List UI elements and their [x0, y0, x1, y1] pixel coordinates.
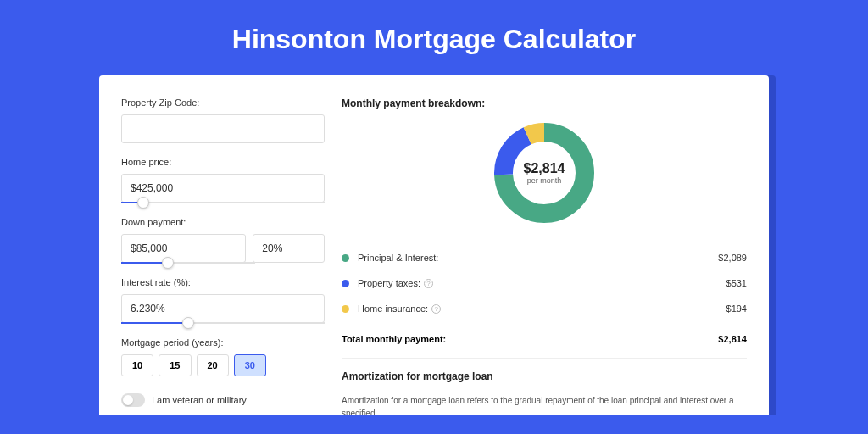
period-option-15[interactable]: 15: [159, 354, 191, 376]
veteran-toggle-row: I am veteran or military: [121, 393, 325, 407]
veteran-toggle[interactable]: [121, 393, 145, 407]
slider-thumb[interactable]: [137, 197, 149, 209]
total-row: Total monthly payment: $2,814: [342, 325, 747, 358]
period-options: 10 15 20 30: [121, 354, 325, 376]
home-price-field-group: Home price:: [121, 157, 325, 203]
home-price-input[interactable]: [121, 174, 325, 203]
amortization-section: Amortization for mortgage loan Amortizat…: [342, 358, 747, 415]
donut-sub: per month: [524, 176, 565, 185]
legend-label: Property taxes: ?: [358, 278, 726, 288]
interest-label: Interest rate (%):: [121, 277, 325, 287]
interest-field-group: Interest rate (%):: [121, 277, 325, 324]
calculator-card: Property Zip Code: Home price: Down paym…: [99, 75, 769, 415]
legend-value: $194: [726, 303, 747, 314]
legend-value: $2,089: [718, 253, 747, 263]
period-option-30[interactable]: 30: [234, 354, 266, 376]
legend-row-taxes: Property taxes: ? $531: [342, 270, 747, 296]
donut-chart: $2,814 per month: [492, 121, 596, 225]
donut-amount: $2,814: [524, 161, 565, 176]
down-payment-input[interactable]: [121, 234, 246, 263]
down-payment-slider[interactable]: [121, 262, 255, 264]
legend-label: Principal & Interest:: [358, 253, 718, 263]
total-label: Total monthly payment:: [342, 334, 718, 344]
zip-field-group: Property Zip Code:: [121, 97, 325, 143]
period-label: Mortgage period (years):: [121, 337, 325, 348]
toggle-knob: [123, 395, 133, 405]
down-payment-field-group: Down payment:: [121, 217, 325, 264]
legend-label: Home insurance: ?: [358, 303, 726, 314]
home-price-label: Home price:: [121, 157, 325, 167]
total-value: $2,814: [718, 334, 747, 344]
breakdown-panel: Monthly payment breakdown: $2,814 per mo…: [342, 97, 747, 415]
interest-slider[interactable]: [121, 322, 325, 324]
interest-input[interactable]: [121, 294, 325, 323]
info-icon[interactable]: ?: [424, 279, 433, 288]
legend-row-insurance: Home insurance: ? $194: [342, 296, 747, 321]
period-option-20[interactable]: 20: [197, 354, 229, 376]
zip-input[interactable]: [121, 114, 325, 143]
legend-dot: [342, 280, 349, 287]
legend-row-principal: Principal & Interest: $2,089: [342, 245, 747, 270]
breakdown-title: Monthly payment breakdown:: [342, 97, 747, 109]
home-price-slider[interactable]: [121, 202, 325, 203]
period-field-group: Mortgage period (years): 10 15 20 30: [121, 337, 325, 376]
donut-chart-wrap: $2,814 per month: [342, 121, 747, 225]
slider-thumb[interactable]: [182, 317, 194, 329]
legend-dot: [342, 254, 349, 262]
amortization-title: Amortization for mortgage loan: [342, 370, 747, 382]
period-option-10[interactable]: 10: [121, 354, 153, 376]
legend-dot: [342, 305, 349, 313]
down-payment-label: Down payment:: [121, 217, 325, 227]
slider-thumb[interactable]: [162, 257, 174, 269]
veteran-label: I am veteran or military: [152, 395, 247, 405]
legend-value: $531: [726, 278, 747, 288]
down-payment-pct-input[interactable]: [253, 234, 325, 263]
form-panel: Property Zip Code: Home price: Down paym…: [121, 97, 325, 415]
info-icon[interactable]: ?: [431, 304, 441, 314]
page-title: Hinsonton Mortgage Calculator: [0, 0, 868, 75]
amortization-text: Amortization for a mortgage loan refers …: [342, 394, 747, 415]
donut-center: $2,814 per month: [524, 161, 565, 185]
zip-label: Property Zip Code:: [121, 97, 325, 108]
